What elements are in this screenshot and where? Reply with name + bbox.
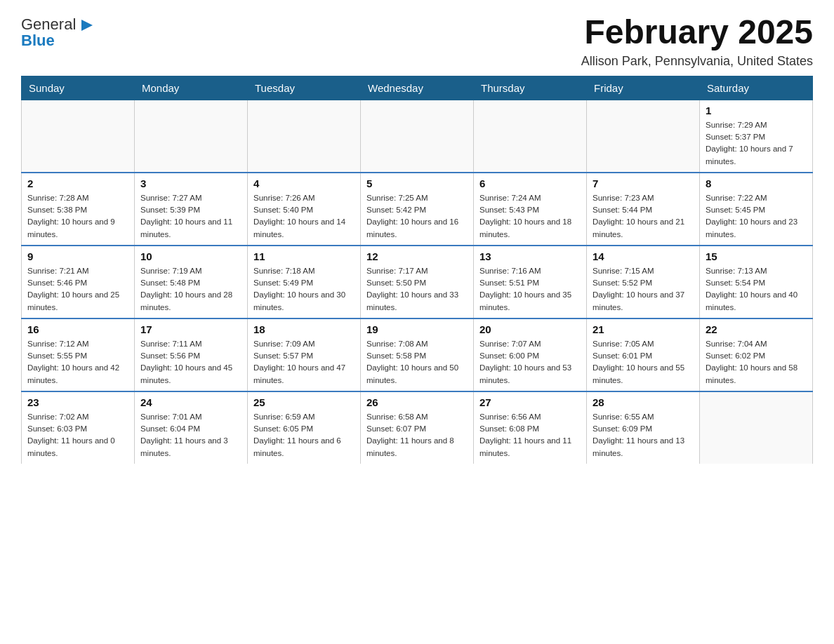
calendar-table: SundayMondayTuesdayWednesdayThursdayFrid…: [21, 76, 813, 464]
day-of-week-header: Friday: [587, 76, 700, 100]
logo-arrow-icon: [77, 15, 97, 35]
calendar-day-cell: 24Sunrise: 7:01 AM Sunset: 6:04 PM Dayli…: [135, 391, 248, 464]
calendar-day-cell: 18Sunrise: 7:09 AM Sunset: 5:57 PM Dayli…: [248, 318, 361, 391]
day-number: 8: [706, 177, 807, 189]
day-info: Sunrise: 7:24 AM Sunset: 5:43 PM Dayligh…: [479, 192, 581, 241]
calendar-week-row: 2Sunrise: 7:28 AM Sunset: 5:38 PM Daylig…: [22, 173, 813, 246]
day-info: Sunrise: 7:18 AM Sunset: 5:49 PM Dayligh…: [253, 265, 355, 314]
day-info: Sunrise: 7:04 AM Sunset: 6:02 PM Dayligh…: [706, 338, 807, 387]
day-number: 14: [593, 250, 694, 262]
day-number: 12: [366, 250, 468, 262]
day-info: Sunrise: 6:55 AM Sunset: 6:09 PM Dayligh…: [593, 411, 694, 459]
day-of-week-header: Saturday: [700, 76, 813, 100]
day-number: 2: [27, 177, 128, 189]
calendar-day-cell: 17Sunrise: 7:11 AM Sunset: 5:56 PM Dayli…: [135, 318, 248, 391]
day-info: Sunrise: 7:19 AM Sunset: 5:48 PM Dayligh…: [140, 265, 241, 314]
calendar-day-cell: 2Sunrise: 7:28 AM Sunset: 5:38 PM Daylig…: [22, 173, 135, 246]
day-number: 22: [706, 323, 807, 335]
day-info: Sunrise: 7:28 AM Sunset: 5:38 PM Dayligh…: [27, 192, 128, 241]
day-info: Sunrise: 6:56 AM Sunset: 6:08 PM Dayligh…: [479, 411, 581, 459]
calendar-day-cell: 27Sunrise: 6:56 AM Sunset: 6:08 PM Dayli…: [474, 391, 587, 464]
calendar-day-cell: 1Sunrise: 7:29 AM Sunset: 5:37 PM Daylig…: [700, 100, 813, 173]
day-number: 3: [140, 177, 241, 189]
calendar-day-cell: 19Sunrise: 7:08 AM Sunset: 5:58 PM Dayli…: [361, 318, 474, 391]
day-info: Sunrise: 7:13 AM Sunset: 5:54 PM Dayligh…: [706, 265, 807, 314]
calendar-day-cell: 7Sunrise: 7:23 AM Sunset: 5:44 PM Daylig…: [587, 173, 700, 246]
day-info: Sunrise: 7:07 AM Sunset: 6:00 PM Dayligh…: [479, 338, 581, 387]
day-info: Sunrise: 7:02 AM Sunset: 6:03 PM Dayligh…: [27, 411, 128, 459]
day-info: Sunrise: 7:22 AM Sunset: 5:45 PM Dayligh…: [706, 192, 807, 241]
calendar-day-cell: [474, 100, 587, 173]
day-of-week-header: Monday: [135, 76, 248, 100]
day-number: 7: [593, 177, 694, 189]
month-title: February 2025: [581, 14, 813, 51]
calendar-week-row: 1Sunrise: 7:29 AM Sunset: 5:37 PM Daylig…: [22, 100, 813, 173]
logo-general-text: General: [21, 16, 76, 33]
day-info: Sunrise: 7:05 AM Sunset: 6:01 PM Dayligh…: [593, 338, 694, 387]
calendar-day-cell: 20Sunrise: 7:07 AM Sunset: 6:00 PM Dayli…: [474, 318, 587, 391]
day-number: 6: [479, 177, 581, 189]
calendar-day-cell: 11Sunrise: 7:18 AM Sunset: 5:49 PM Dayli…: [248, 246, 361, 318]
day-number: 25: [253, 396, 355, 408]
day-number: 26: [366, 396, 468, 408]
calendar-day-cell: [361, 100, 474, 173]
day-number: 21: [593, 323, 694, 335]
calendar-week-row: 9Sunrise: 7:21 AM Sunset: 5:46 PM Daylig…: [22, 246, 813, 318]
calendar-week-row: 16Sunrise: 7:12 AM Sunset: 5:55 PM Dayli…: [22, 318, 813, 391]
day-info: Sunrise: 7:26 AM Sunset: 5:40 PM Dayligh…: [253, 192, 355, 241]
day-info: Sunrise: 6:59 AM Sunset: 6:05 PM Dayligh…: [253, 411, 355, 459]
calendar-day-cell: 6Sunrise: 7:24 AM Sunset: 5:43 PM Daylig…: [474, 173, 587, 246]
day-info: Sunrise: 7:23 AM Sunset: 5:44 PM Dayligh…: [593, 192, 694, 241]
calendar-day-cell: 9Sunrise: 7:21 AM Sunset: 5:46 PM Daylig…: [22, 246, 135, 318]
calendar-day-cell: 16Sunrise: 7:12 AM Sunset: 5:55 PM Dayli…: [22, 318, 135, 391]
day-number: 13: [479, 250, 581, 262]
day-number: 24: [140, 396, 241, 408]
calendar-day-cell: 8Sunrise: 7:22 AM Sunset: 5:45 PM Daylig…: [700, 173, 813, 246]
day-of-week-header: Sunday: [22, 76, 135, 100]
calendar-day-cell: 10Sunrise: 7:19 AM Sunset: 5:48 PM Dayli…: [135, 246, 248, 318]
calendar-day-cell: 13Sunrise: 7:16 AM Sunset: 5:51 PM Dayli…: [474, 246, 587, 318]
logo: General Blue: [21, 14, 97, 49]
calendar-day-cell: 15Sunrise: 7:13 AM Sunset: 5:54 PM Dayli…: [700, 246, 813, 318]
day-info: Sunrise: 6:58 AM Sunset: 6:07 PM Dayligh…: [366, 411, 468, 459]
day-info: Sunrise: 7:11 AM Sunset: 5:56 PM Dayligh…: [140, 338, 241, 387]
calendar-day-cell: 12Sunrise: 7:17 AM Sunset: 5:50 PM Dayli…: [361, 246, 474, 318]
day-number: 9: [27, 250, 128, 262]
calendar-day-cell: 22Sunrise: 7:04 AM Sunset: 6:02 PM Dayli…: [700, 318, 813, 391]
day-number: 16: [27, 323, 128, 335]
day-number: 4: [253, 177, 355, 189]
day-number: 1: [706, 105, 807, 116]
calendar-day-cell: 28Sunrise: 6:55 AM Sunset: 6:09 PM Dayli…: [587, 391, 700, 464]
day-info: Sunrise: 7:21 AM Sunset: 5:46 PM Dayligh…: [27, 265, 128, 314]
calendar-day-cell: [22, 100, 135, 173]
title-block: February 2025 Allison Park, Pennsylvania…: [581, 14, 813, 69]
day-number: 19: [366, 323, 468, 335]
svg-marker-0: [81, 20, 93, 31]
calendar-week-row: 23Sunrise: 7:02 AM Sunset: 6:03 PM Dayli…: [22, 391, 813, 464]
calendar-day-cell: [135, 100, 248, 173]
location-text: Allison Park, Pennsylvania, United State…: [581, 54, 813, 69]
calendar-day-cell: 26Sunrise: 6:58 AM Sunset: 6:07 PM Dayli…: [361, 391, 474, 464]
day-of-week-header: Thursday: [474, 76, 587, 100]
calendar-day-cell: 3Sunrise: 7:27 AM Sunset: 5:39 PM Daylig…: [135, 173, 248, 246]
page-header: General Blue February 2025 Allison Park,…: [21, 14, 813, 69]
day-number: 15: [706, 250, 807, 262]
calendar-day-cell: [587, 100, 700, 173]
day-number: 5: [366, 177, 468, 189]
calendar-day-cell: 21Sunrise: 7:05 AM Sunset: 6:01 PM Dayli…: [587, 318, 700, 391]
day-info: Sunrise: 7:12 AM Sunset: 5:55 PM Dayligh…: [27, 338, 128, 387]
day-number: 23: [27, 396, 128, 408]
calendar-day-cell: 4Sunrise: 7:26 AM Sunset: 5:40 PM Daylig…: [248, 173, 361, 246]
day-info: Sunrise: 7:01 AM Sunset: 6:04 PM Dayligh…: [140, 411, 241, 459]
day-number: 20: [479, 323, 581, 335]
day-number: 17: [140, 323, 241, 335]
day-info: Sunrise: 7:15 AM Sunset: 5:52 PM Dayligh…: [593, 265, 694, 314]
calendar-day-cell: 14Sunrise: 7:15 AM Sunset: 5:52 PM Dayli…: [587, 246, 700, 318]
day-info: Sunrise: 7:27 AM Sunset: 5:39 PM Dayligh…: [140, 192, 241, 241]
day-info: Sunrise: 7:08 AM Sunset: 5:58 PM Dayligh…: [366, 338, 468, 387]
day-info: Sunrise: 7:25 AM Sunset: 5:42 PM Dayligh…: [366, 192, 468, 241]
day-number: 27: [479, 396, 581, 408]
day-number: 18: [253, 323, 355, 335]
calendar-day-cell: [700, 391, 813, 464]
day-info: Sunrise: 7:09 AM Sunset: 5:57 PM Dayligh…: [253, 338, 355, 387]
